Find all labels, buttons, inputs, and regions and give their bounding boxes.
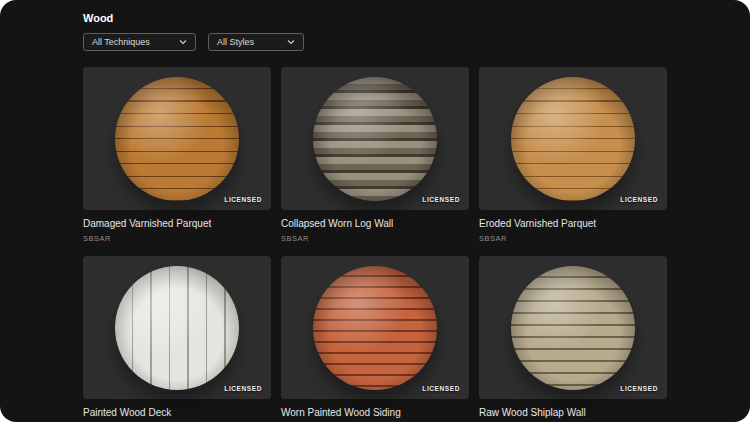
material-sphere	[511, 77, 635, 201]
material-card[interactable]: LICENSED Damaged Varnished Parquet SBSAR	[83, 67, 271, 256]
material-format: SBSAR	[479, 234, 667, 243]
material-sphere	[115, 77, 239, 201]
material-sphere	[511, 266, 635, 390]
material-thumbnail[interactable]: LICENSED	[281, 256, 469, 399]
material-thumbnail[interactable]: LICENSED	[83, 256, 271, 399]
licensed-badge: LICENSED	[422, 196, 460, 203]
techniques-dropdown[interactable]: All Techniques	[83, 33, 196, 51]
filter-row: All Techniques All Styles	[83, 33, 667, 51]
styles-dropdown-value: All Styles	[217, 37, 254, 47]
licensed-badge: LICENSED	[620, 385, 658, 392]
licensed-badge: LICENSED	[422, 385, 460, 392]
material-thumbnail[interactable]: LICENSED	[479, 67, 667, 210]
styles-dropdown[interactable]: All Styles	[208, 33, 304, 51]
material-sphere	[115, 266, 239, 390]
material-thumbnail[interactable]: LICENSED	[83, 67, 271, 210]
material-card[interactable]: LICENSED Eroded Varnished Parquet SBSAR	[479, 67, 667, 256]
assets-panel: Wood All Techniques All Styles LICENSED	[0, 0, 750, 422]
material-format: SBSAR	[281, 234, 469, 243]
chevron-down-icon	[179, 39, 187, 45]
material-thumbnail[interactable]: LICENSED	[479, 256, 667, 399]
content-area: Wood All Techniques All Styles LICENSED	[0, 0, 750, 422]
chevron-down-icon	[287, 39, 295, 45]
material-title: Collapsed Worn Log Wall	[281, 218, 469, 230]
page-title: Wood	[83, 12, 667, 24]
material-card[interactable]: LICENSED Worn Painted Wood Siding SBSAR	[281, 256, 469, 422]
techniques-dropdown-value: All Techniques	[92, 37, 150, 47]
material-sphere	[313, 77, 437, 201]
licensed-badge: LICENSED	[620, 196, 658, 203]
material-title: Painted Wood Deck	[83, 407, 271, 419]
material-card[interactable]: LICENSED Raw Wood Shiplap Wall SBSAR	[479, 256, 667, 422]
material-title: Damaged Varnished Parquet	[83, 218, 271, 230]
material-title: Raw Wood Shiplap Wall	[479, 407, 667, 419]
material-thumbnail[interactable]: LICENSED	[281, 67, 469, 210]
licensed-badge: LICENSED	[224, 385, 262, 392]
material-card[interactable]: LICENSED Painted Wood Deck SBSAR	[83, 256, 271, 422]
material-grid: LICENSED Damaged Varnished Parquet SBSAR…	[83, 67, 667, 422]
material-title: Worn Painted Wood Siding	[281, 407, 469, 419]
licensed-badge: LICENSED	[224, 196, 262, 203]
material-sphere	[313, 266, 437, 390]
material-title: Eroded Varnished Parquet	[479, 218, 667, 230]
material-format: SBSAR	[83, 234, 271, 243]
material-card[interactable]: LICENSED Collapsed Worn Log Wall SBSAR	[281, 67, 469, 256]
